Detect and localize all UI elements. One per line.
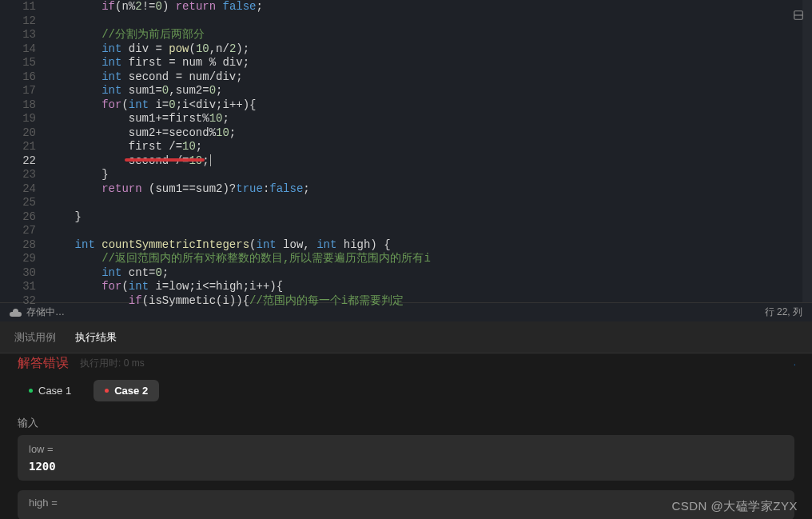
line-number: 14 (0, 42, 36, 57)
detail-link[interactable]: . (794, 357, 796, 368)
line-number: 22 (0, 154, 36, 169)
line-number: 11 (0, 0, 36, 14)
line-number: 13 (0, 28, 36, 42)
runtime-text: 执行用时: 0 ms (80, 357, 145, 370)
code-line[interactable]: int cnt=0; (48, 266, 812, 281)
line-number: 29 (0, 252, 36, 266)
line-number-gutter: 1112131415161718192021222324252627282930… (0, 0, 48, 302)
case-1[interactable]: Case 1 (18, 380, 82, 401)
line-number: 12 (0, 14, 36, 29)
code-line[interactable]: int first = num % div; (48, 56, 812, 70)
minimap[interactable] (802, 0, 812, 302)
high-key: high = (29, 497, 783, 509)
tab-result[interactable]: 执行结果 (75, 330, 117, 345)
low-key: low = (29, 443, 783, 455)
code-line[interactable]: sum2+=second%10; (48, 126, 812, 141)
case-2[interactable]: Case 2 (94, 380, 159, 401)
input-low-box[interactable]: low = 1200 (18, 435, 794, 481)
panel-tabs: 测试用例 执行结果 (0, 321, 812, 353)
layout-icon[interactable] (793, 10, 804, 21)
code-line[interactable]: if(isSymmetic(i)){//范围内的每一个i都需要判定 (48, 294, 812, 309)
code-line[interactable]: for(int i=low;i<=high;i++){ (48, 280, 812, 294)
line-number: 24 (0, 182, 36, 197)
code-line[interactable]: for(int i=0;i<div;i++){ (48, 98, 812, 113)
line-number: 23 (0, 168, 36, 182)
watermark: CSDN @大磕学家ZYX (671, 499, 798, 514)
code-line[interactable]: } (48, 168, 812, 182)
line-number: 20 (0, 126, 36, 141)
line-number: 15 (0, 56, 36, 70)
code-line[interactable]: int sum1=0,sum2=0; (48, 84, 812, 98)
tab-testcases[interactable]: 测试用例 (14, 330, 56, 345)
code-line[interactable] (48, 14, 812, 29)
code-line[interactable]: int countSymmetricIntegers(int low, int … (48, 238, 812, 253)
line-number: 25 (0, 196, 36, 210)
code-area[interactable]: if(n%2!=0) return false; //分割为前后两部分 int … (48, 0, 812, 302)
code-line[interactable] (48, 224, 812, 238)
code-line[interactable]: sum1+=first%10; (48, 112, 812, 126)
results-panel: 测试用例 执行结果 . 解答错误 执行用时: 0 ms Case 1 Case … (0, 321, 812, 519)
code-line[interactable] (48, 196, 812, 210)
code-line[interactable]: first /=10; (48, 140, 812, 154)
cloud-icon (10, 309, 22, 317)
code-line[interactable]: } (48, 210, 812, 225)
line-number: 27 (0, 224, 36, 238)
code-line[interactable]: if(n%2!=0) return false; (48, 0, 812, 14)
code-editor[interactable]: 1112131415161718192021222324252627282930… (0, 0, 812, 302)
line-number: 30 (0, 266, 36, 281)
input-label: 输入 (18, 416, 794, 430)
line-number: 18 (0, 98, 36, 113)
text-cursor (210, 154, 211, 166)
error-underline (125, 158, 205, 162)
line-number: 16 (0, 70, 36, 85)
line-number: 17 (0, 84, 36, 98)
error-status: 解答错误 (18, 355, 69, 372)
code-line[interactable]: return (sum1==sum2)?true:false; (48, 182, 812, 197)
test-cases: Case 1 Case 2 (18, 380, 794, 401)
line-number: 19 (0, 112, 36, 126)
code-line[interactable]: int div = pow(10,n/2); (48, 42, 812, 57)
line-number: 26 (0, 210, 36, 225)
code-line[interactable]: int second = num/div; (48, 70, 812, 85)
code-line[interactable]: //返回范围内的所有对称整数的数目,所以需要遍历范围内的所有i (48, 252, 812, 266)
line-number: 21 (0, 140, 36, 154)
line-number: 31 (0, 280, 36, 294)
panel-body: . 解答错误 执行用时: 0 ms Case 1 Case 2 输入 low =… (0, 353, 812, 519)
line-number: 28 (0, 238, 36, 253)
code-line[interactable]: //分割为前后两部分 (48, 28, 812, 42)
low-value: 1200 (29, 460, 783, 473)
line-number: 32 (0, 294, 36, 309)
